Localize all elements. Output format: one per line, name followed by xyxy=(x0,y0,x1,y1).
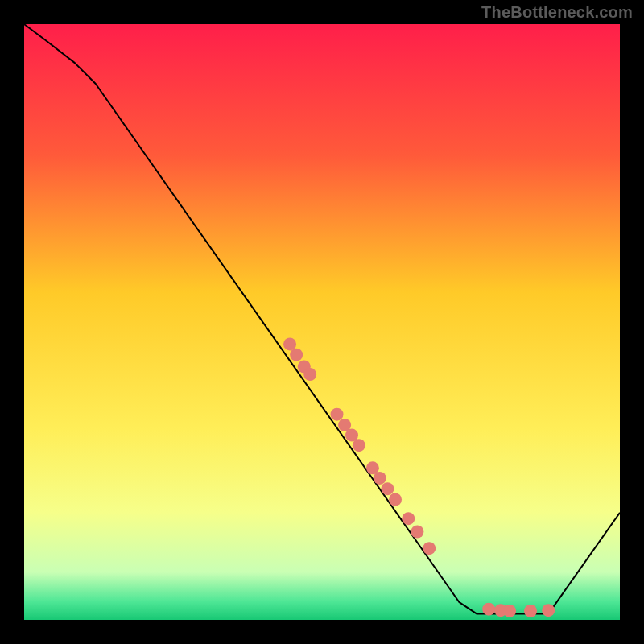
data-point xyxy=(389,493,402,506)
chart-svg xyxy=(0,0,644,644)
data-point xyxy=(503,605,516,617)
data-point xyxy=(423,542,436,555)
data-point xyxy=(381,482,394,495)
data-point xyxy=(283,337,296,350)
data-point xyxy=(303,368,316,381)
watermark-text: TheBottleneck.com xyxy=(481,3,633,22)
data-point xyxy=(290,349,303,361)
data-point xyxy=(331,408,344,421)
plot-background xyxy=(24,24,620,620)
data-point xyxy=(482,603,495,616)
data-point xyxy=(402,512,415,525)
data-point xyxy=(411,525,423,538)
data-point xyxy=(542,604,555,617)
data-point xyxy=(374,472,386,485)
data-point xyxy=(353,439,365,452)
chart-stage: TheBottleneck.com xyxy=(0,0,644,644)
data-point xyxy=(524,605,537,617)
